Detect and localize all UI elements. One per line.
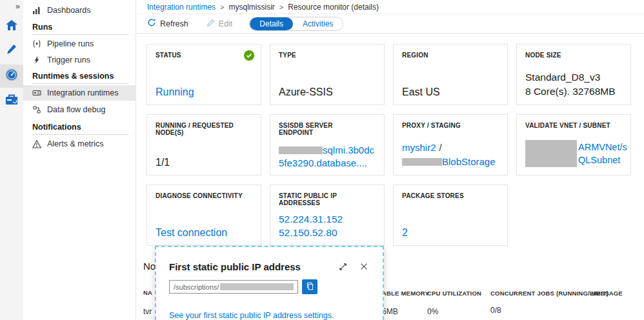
nodes-col-memory-clipped: ABLE MEMORY [382,290,429,297]
edit-button[interactable]: Edit [206,19,233,29]
refresh-label: Refresh [160,19,188,28]
integration-runtime-icon [32,88,41,97]
data-flow-debug-icon [32,105,41,114]
icon-rail: » [0,0,23,320]
breadcrumb-runtime-name: mysqlmissisir [229,3,275,12]
card-type: TYPE Azure-SSIS [270,44,385,105]
resource-monitor-page: » Dashboards Runs Pipeline runs Trigger … [0,0,644,320]
node-row-name-clipped: tvr [143,307,152,316]
vnet-line1: ARMVNet/s [578,141,627,154]
sidebar-item-trigger-runs[interactable]: Trigger runs [23,52,136,68]
proxy-name-link[interactable]: myshir2 [402,142,436,153]
card-label: TYPE [279,52,367,59]
node-size-line1: Standard_D8_v3 [525,70,625,85]
sidebar-item-label: Pipeline runs [47,39,94,48]
vnet-subnet-value: ARMVNet/s QLSubnet [525,140,627,167]
type-value: Azure-SSIS [279,86,333,98]
expand-icon[interactable] [338,262,348,274]
test-connection-link[interactable]: Test connection [156,227,227,239]
collapse-sidebar-icon[interactable]: » [15,1,20,11]
bar-chart-icon [32,6,41,15]
node-cpu-value: 0% [427,307,438,316]
proxy-separator: / [439,142,442,153]
sidebar-item-label: Alerts & metrics [47,139,104,148]
nodes-col-name-clipped: NA [143,289,152,296]
staging-link[interactable]: BlobStorage [442,156,496,167]
tab-details[interactable]: Details [250,17,293,30]
ip-resource-input[interactable]: /subscriptions/ [169,280,298,294]
breadcrumb-integration-runtimes[interactable]: Integration runtimes [147,3,216,12]
package-stores-link[interactable]: 2 [402,227,408,239]
tab-activities[interactable]: Activities [293,17,343,30]
refresh-button[interactable]: Refresh [147,18,188,29]
manage-nav-button[interactable] [0,90,23,112]
monitor-nav-button[interactable] [0,65,23,88]
card-label: RUNNING / REQUESTED NODE(S) [156,122,244,136]
pencil-icon [6,43,17,57]
nodes-col-cpu: CPU UTILIZATION [427,290,481,297]
sidebar-item-data-flow-debug[interactable]: Data flow debug [23,102,136,117]
card-node-size: NODE SIZE Standard_D8_v3 8 Core(s). 3276… [516,44,631,105]
node-jobs-value: 0/8 [490,306,501,315]
sidebar-item-dashboards[interactable]: Dashboards [23,3,136,18]
dialog-title: First static public IP address [169,261,301,272]
card-label: VALIDATE VNET / SUBNET [525,122,614,129]
card-ssisdb-endpoint: SSISDB SERVER ENDPOINT sqlmi.3b0dc5fe329… [270,114,385,175]
card-static-ips: STATIC PUBLIC IP ADDRESSES 52.224.31.152… [270,185,385,246]
status-value-link[interactable]: Running [156,86,194,98]
redaction-block [525,140,577,167]
divider [32,134,129,135]
ip-settings-link[interactable]: See your first static public IP address … [169,311,334,320]
edit-label: Edit [219,19,233,28]
close-icon[interactable] [359,262,368,274]
breadcrumb: Integration runtimes > mysqlmissisir > R… [136,0,644,14]
card-label: NODE SIZE [525,52,614,59]
sidebar-section-runtimes: Runtimes & sessions [23,70,136,82]
home-nav-button[interactable] [0,15,23,37]
input-value-prefix: /subscriptions/ [174,283,219,291]
first-static-ip-dialog: First static public IP address /subscrip… [155,246,384,320]
card-diagnose-connectivity: DIAGNOSE CONNECTIVITY Test connection [146,185,261,246]
sidebar-item-integration-runtimes[interactable]: Integration runtimes [23,85,136,101]
card-label: STATUS [156,52,244,59]
edit-pencil-icon [206,19,215,29]
card-label: REGION [402,52,490,59]
card-label: STATIC PUBLIC IP ADDRESSES [279,192,367,206]
lightning-icon [32,55,41,65]
toolbox-icon [5,94,18,108]
redaction-block [279,146,323,154]
sidebar-item-label: Integration runtimes [47,88,118,97]
running-nodes-value: 1/1 [156,157,170,168]
breadcrumb-separator: > [279,3,283,11]
card-region: REGION East US [393,44,508,105]
breadcrumb-current-page: Resource monitor (details) [288,3,379,12]
card-label: PROXY / STAGING [402,122,490,129]
gauge-icon [5,68,19,85]
vnet-subnet-link[interactable]: ARMVNet/s QLSubnet [578,141,627,166]
sidebar-item-alerts-metrics[interactable]: Alerts & metrics [23,136,136,152]
home-icon [5,19,18,34]
sidebar-item-pipeline-runs[interactable]: Pipeline runs [23,36,136,52]
details-activities-toggle: Details Activities [249,17,343,31]
static-ip-1-link[interactable]: 52.224.31.152 [279,212,379,226]
proxy-staging-value: myshir2/ BlobStorage [402,141,502,169]
static-ip-2-link[interactable]: 52.150.52.80 [279,226,379,239]
card-proxy-staging: PROXY / STAGING myshir2/ BlobStorage [393,114,508,175]
ssisdb-endpoint-link[interactable]: sqlmi.3b0dc5fe3290.database.... [279,144,378,170]
author-nav-button[interactable] [0,39,23,61]
sidebar-section-notifications: Notifications [23,121,136,133]
nodes-col-message: MESSAGE [591,290,623,297]
breadcrumb-separator: > [220,3,224,11]
card-running-nodes: RUNNING / REQUESTED NODE(S) 1/1 [146,114,261,175]
redaction-block [402,158,442,166]
vnet-line2: QLSubnet [578,154,627,166]
card-label: SSISDB SERVER ENDPOINT [279,122,367,136]
sidebar-item-label: Dashboards [47,6,90,15]
refresh-icon [147,18,156,29]
card-label: PACKAGE STORES [402,192,490,199]
node-memory-value-clipped: 5MB [382,307,398,316]
summary-cards: STATUS Running TYPE Azure-SSIS REGION Ea… [146,44,632,246]
card-status: STATUS Running [146,44,261,105]
copy-button[interactable] [302,279,317,294]
pipeline-runs-icon [32,39,41,48]
